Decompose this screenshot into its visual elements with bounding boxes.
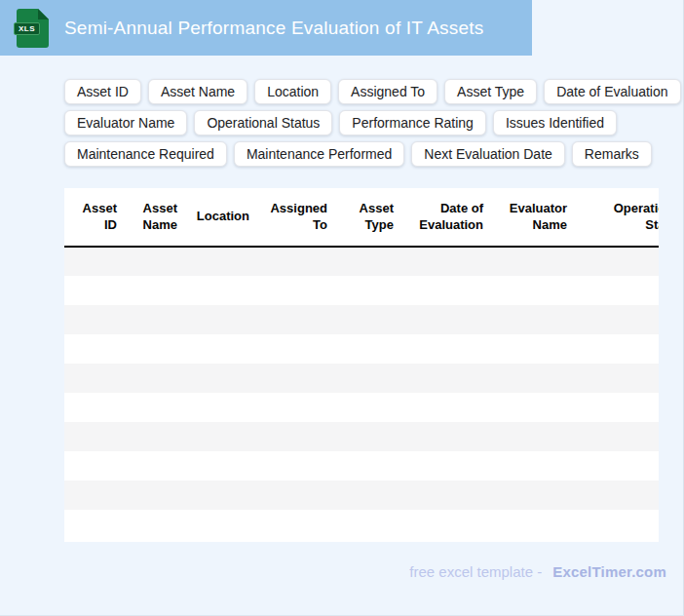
table-cell[interactable] (399, 276, 489, 305)
table-cell[interactable] (333, 334, 399, 364)
table-cell[interactable] (64, 481, 123, 510)
table-cell[interactable] (64, 422, 123, 451)
table-cell[interactable] (489, 305, 573, 334)
table-cell[interactable] (183, 247, 255, 276)
table-cell[interactable] (573, 393, 659, 422)
table-cell[interactable] (573, 276, 659, 305)
table-cell[interactable] (573, 481, 659, 510)
table-cell[interactable] (123, 451, 183, 481)
table-cell[interactable] (255, 510, 333, 539)
col-header-date-of-evaluation[interactable]: Date of Evaluation (399, 188, 489, 247)
col-header-asset-type[interactable]: Asset Type (333, 188, 399, 247)
col-header-operational-status[interactable]: Operational Status (573, 188, 659, 247)
table-cell[interactable] (183, 393, 255, 422)
table-cell[interactable] (64, 451, 123, 481)
table-cell[interactable] (255, 364, 333, 393)
field-chip-maintenance-performed[interactable]: Maintenance Performed (234, 141, 404, 167)
footer-brand-link[interactable]: ExcelTimer.com (552, 563, 666, 580)
field-chip-asset-id[interactable]: Asset ID (64, 79, 141, 104)
table-cell[interactable] (255, 276, 333, 305)
col-header-assigned-to[interactable]: Assigned To (255, 188, 333, 247)
field-chip-assigned-to[interactable]: Assigned To (338, 79, 437, 104)
table-cell[interactable] (255, 393, 333, 422)
col-header-evaluator-name[interactable]: Evaluator Name (489, 188, 573, 247)
field-chip-asset-name[interactable]: Asset Name (148, 79, 247, 104)
table-cell[interactable] (573, 247, 659, 276)
table-cell[interactable] (255, 451, 333, 481)
table-cell[interactable] (123, 422, 183, 451)
table-cell[interactable] (573, 510, 659, 539)
table-cell[interactable] (64, 276, 123, 305)
field-chip-remarks[interactable]: Remarks (572, 141, 652, 167)
table-cell[interactable] (399, 510, 489, 539)
table-cell[interactable] (333, 305, 399, 334)
table-cell[interactable] (333, 451, 399, 481)
table-cell[interactable] (489, 334, 573, 364)
table-cell[interactable] (183, 451, 255, 481)
table-cell[interactable] (255, 422, 333, 451)
table-cell[interactable] (333, 247, 399, 276)
table-cell[interactable] (489, 276, 573, 305)
table-cell[interactable] (399, 422, 489, 451)
table-cell[interactable] (333, 364, 399, 393)
table-cell[interactable] (64, 393, 123, 422)
table-cell[interactable] (183, 305, 255, 334)
field-chip-issues-identified[interactable]: Issues Identified (493, 110, 617, 135)
table-cell[interactable] (64, 510, 123, 539)
table-cell[interactable] (64, 305, 123, 334)
table-cell[interactable] (333, 510, 399, 539)
table-cell[interactable] (333, 422, 399, 451)
table-cell[interactable] (183, 510, 255, 539)
table-cell[interactable] (399, 305, 489, 334)
table-cell[interactable] (489, 481, 573, 510)
table-cell[interactable] (123, 247, 183, 276)
table-cell[interactable] (183, 422, 255, 451)
table-cell[interactable] (255, 334, 333, 364)
table-cell[interactable] (123, 481, 183, 510)
table-cell[interactable] (333, 481, 399, 510)
table-cell[interactable] (573, 364, 659, 393)
table-cell[interactable] (255, 247, 333, 276)
table-cell[interactable] (399, 481, 489, 510)
table-cell[interactable] (489, 451, 573, 481)
table-cell[interactable] (573, 422, 659, 451)
table-cell[interactable] (123, 334, 183, 364)
table-cell[interactable] (489, 422, 573, 451)
table-cell[interactable] (399, 393, 489, 422)
col-header-asset-id[interactable]: Asset ID (64, 188, 123, 247)
field-chip-date-of-evaluation[interactable]: Date of Evaluation (544, 79, 680, 104)
field-chip-maintenance-required[interactable]: Maintenance Required (64, 141, 227, 167)
table-cell[interactable] (573, 334, 659, 364)
table-cell[interactable] (64, 364, 123, 393)
col-header-asset-name[interactable]: Asset Name (123, 188, 183, 247)
table-cell[interactable] (489, 364, 573, 393)
col-header-location[interactable]: Location (183, 188, 255, 247)
field-chip-operational-status[interactable]: Operational Status (194, 110, 332, 135)
table-cell[interactable] (399, 247, 489, 276)
table-cell[interactable] (573, 305, 659, 334)
table-cell[interactable] (123, 510, 183, 539)
table-cell[interactable] (183, 481, 255, 510)
table-cell[interactable] (123, 305, 183, 334)
table-cell[interactable] (489, 247, 573, 276)
table-cell[interactable] (123, 364, 183, 393)
field-chip-evaluator-name[interactable]: Evaluator Name (64, 110, 187, 135)
table-cell[interactable] (399, 451, 489, 481)
table-cell[interactable] (333, 393, 399, 422)
table-cell[interactable] (255, 481, 333, 510)
field-chip-performance-rating[interactable]: Performance Rating (339, 110, 486, 135)
table-cell[interactable] (123, 393, 183, 422)
field-chip-next-evaluation-date[interactable]: Next Evaluation Date (411, 141, 565, 167)
table-cell[interactable] (333, 276, 399, 305)
table-cell[interactable] (64, 334, 123, 364)
table-cell[interactable] (64, 247, 123, 276)
table-cell[interactable] (183, 334, 255, 364)
table-cell[interactable] (255, 305, 333, 334)
table-cell[interactable] (573, 451, 659, 481)
table-cell[interactable] (489, 393, 573, 422)
table-cell[interactable] (183, 276, 255, 305)
table-cell[interactable] (399, 364, 489, 393)
table-cell[interactable] (183, 364, 255, 393)
table-cell[interactable] (489, 510, 573, 539)
table-cell[interactable] (123, 276, 183, 305)
